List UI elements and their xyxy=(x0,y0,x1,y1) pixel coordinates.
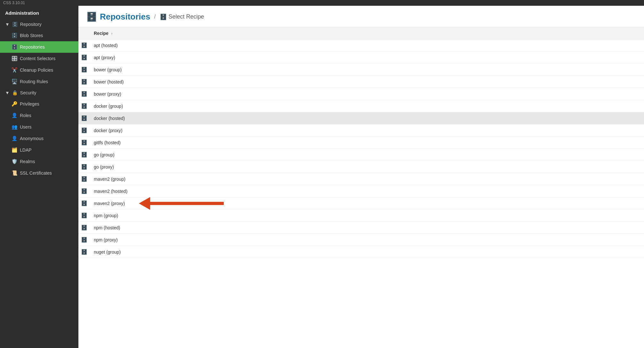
sidebar-item-privileges-label: Privileges xyxy=(20,101,39,107)
row-recipe-label[interactable]: npm (hosted) xyxy=(91,222,644,234)
sidebar-item-ldap-label: LDAP xyxy=(20,147,32,153)
sidebar-group-security[interactable]: ▼ 🔒 Security xyxy=(0,87,78,98)
row-icon: 🗄️ xyxy=(78,161,91,173)
row-icon: 🗄️ xyxy=(78,197,91,210)
chevron-down-icon-security: ▼ xyxy=(5,90,10,95)
repositories-icon: 🗄️ xyxy=(12,44,17,50)
row-recipe-label[interactable]: nuget (group) xyxy=(91,246,644,258)
table-row[interactable]: 🗄️npm (hosted) xyxy=(78,222,644,234)
sidebar-item-blob-stores-label: Blob Stores xyxy=(20,33,43,38)
sidebar-item-repositories-label: Repositories xyxy=(20,44,45,50)
recipe-table-container: Recipe ↑ 🗄️apt (hosted)🗄️apt (proxy)🗄️bo… xyxy=(78,28,644,348)
users-icon: 👥 xyxy=(12,124,17,130)
sidebar-item-anonymous[interactable]: 👤 Anonymous xyxy=(0,133,78,144)
row-icon: 🗄️ xyxy=(78,137,91,149)
row-recipe-label[interactable]: docker (group) xyxy=(91,100,644,112)
col-header-icon xyxy=(78,28,91,39)
sidebar-item-anonymous-label: Anonymous xyxy=(20,136,44,141)
sidebar-item-users-label: Users xyxy=(20,124,32,130)
table-header-row: Recipe ↑ xyxy=(78,28,644,39)
table-row[interactable]: 🗄️apt (proxy) xyxy=(78,51,644,64)
sort-icon: ↑ xyxy=(111,32,113,36)
recipe-table: Recipe ↑ 🗄️apt (hosted)🗄️apt (proxy)🗄️bo… xyxy=(78,28,644,258)
table-row[interactable]: 🗄️maven2 (group) xyxy=(78,173,644,185)
table-row[interactable]: 🗄️go (proxy) xyxy=(78,161,644,173)
table-row[interactable]: 🗄️bower (proxy) xyxy=(78,88,644,100)
breadcrumb-text: Select Recipe xyxy=(169,13,204,20)
breadcrumb: 🗄️ Select Recipe xyxy=(160,13,204,20)
row-recipe-label[interactable]: docker (hosted) xyxy=(91,112,644,124)
sidebar-item-repositories[interactable]: 🗄️ Repositories xyxy=(0,41,78,53)
row-recipe-label[interactable]: bower (proxy) xyxy=(91,88,644,100)
table-row[interactable]: 🗄️bower (group) xyxy=(78,64,644,76)
row-recipe-label[interactable]: go (group) xyxy=(91,149,644,161)
table-row[interactable]: 🗄️apt (hosted) xyxy=(78,39,644,51)
row-recipe-label[interactable]: gitlfs (hosted) xyxy=(91,137,644,149)
sidebar-item-cleanup-policies-label: Cleanup Policies xyxy=(20,67,53,73)
table-row[interactable]: 🗄️maven2 (hosted) xyxy=(78,185,644,197)
sidebar-group-repository[interactable]: ▼ 🗄️ Repository xyxy=(0,19,78,30)
col-recipe-label: Recipe xyxy=(94,31,109,36)
table-row[interactable]: 🗄️go (group) xyxy=(78,149,644,161)
row-recipe-label[interactable]: npm (group) xyxy=(91,210,644,222)
row-icon: 🗄️ xyxy=(78,124,91,137)
table-row[interactable]: 🗄️docker (group) xyxy=(78,100,644,112)
table-row[interactable]: 🗄️bower (hosted) xyxy=(78,76,644,88)
row-icon: 🗄️ xyxy=(78,39,91,51)
table-row[interactable]: 🗄️docker (proxy) xyxy=(78,124,644,137)
row-recipe-label[interactable]: maven2 (proxy) xyxy=(91,197,644,210)
breadcrumb-icon: 🗄️ xyxy=(160,13,167,20)
row-icon: 🗄️ xyxy=(78,100,91,112)
privileges-icon: 🔑 xyxy=(12,101,17,107)
row-recipe-label[interactable]: npm (proxy) xyxy=(91,234,644,246)
sidebar-group-repository-label: Repository xyxy=(20,22,42,27)
page-header-icon: 🗄️ xyxy=(86,12,97,22)
sidebar-item-cleanup-policies[interactable]: ✂️ Cleanup Policies xyxy=(0,64,78,76)
row-recipe-label[interactable]: maven2 (group) xyxy=(91,173,644,185)
row-icon: 🗄️ xyxy=(78,173,91,185)
table-row[interactable]: 🗄️docker (hosted) xyxy=(78,112,644,124)
cleanup-policies-icon: ✂️ xyxy=(12,67,17,73)
main-content: 🗄️ Repositories / 🗄️ Select Recipe Recip… xyxy=(78,6,644,348)
table-row[interactable]: 🗄️gitlfs (hosted) xyxy=(78,137,644,149)
sidebar-item-users[interactable]: 👥 Users xyxy=(0,121,78,133)
sidebar-item-ssl-certificates[interactable]: 📜 SSL Certificates xyxy=(0,167,78,179)
sidebar-item-content-selectors[interactable]: 🎛️ Content Selectors xyxy=(0,53,78,64)
routing-rules-icon: 🖥️ xyxy=(12,79,17,84)
table-row[interactable]: 🗄️npm (proxy) xyxy=(78,234,644,246)
sidebar: Administration ▼ 🗄️ Repository 🗄️ Blob S… xyxy=(0,6,78,348)
row-recipe-label[interactable]: bower (group) xyxy=(91,64,644,76)
ldap-icon: 🗂️ xyxy=(12,147,17,153)
row-icon: 🗄️ xyxy=(78,234,91,246)
breadcrumb-separator: / xyxy=(154,13,156,20)
top-bar: CSS 3.10.01 xyxy=(0,0,644,6)
sidebar-item-ldap[interactable]: 🗂️ LDAP xyxy=(0,144,78,156)
col-header-recipe[interactable]: Recipe ↑ xyxy=(91,28,644,39)
top-bar-text: CSS 3.10.01 xyxy=(3,1,25,5)
sidebar-item-routing-rules[interactable]: 🖥️ Routing Rules xyxy=(0,76,78,87)
sidebar-item-blob-stores[interactable]: 🗄️ Blob Stores xyxy=(0,30,78,41)
row-recipe-label[interactable]: docker (proxy) xyxy=(91,124,644,137)
row-icon: 🗄️ xyxy=(78,149,91,161)
sidebar-item-privileges[interactable]: 🔑 Privileges xyxy=(0,98,78,110)
sidebar-group-security-label: Security xyxy=(20,90,36,95)
row-recipe-label[interactable]: apt (hosted) xyxy=(91,39,644,51)
row-recipe-label[interactable]: bower (hosted) xyxy=(91,76,644,88)
realms-icon: 🛡️ xyxy=(12,159,17,164)
table-row[interactable]: 🗄️npm (group) xyxy=(78,210,644,222)
sidebar-item-ssl-label: SSL Certificates xyxy=(20,170,52,176)
row-icon: 🗄️ xyxy=(78,112,91,124)
repository-icon: 🗄️ xyxy=(12,22,18,27)
red-arrow-annotation xyxy=(139,197,224,210)
sidebar-item-routing-rules-label: Routing Rules xyxy=(20,79,48,84)
ssl-icon: 📜 xyxy=(12,170,17,176)
page-header: 🗄️ Repositories / 🗄️ Select Recipe xyxy=(78,6,644,28)
table-row[interactable]: 🗄️nuget (group) xyxy=(78,246,644,258)
table-row[interactable]: 🗄️maven2 (proxy) xyxy=(78,197,644,210)
row-recipe-label[interactable]: maven2 (hosted) xyxy=(91,185,644,197)
sidebar-item-roles[interactable]: 👤 Roles xyxy=(0,110,78,121)
row-icon: 🗄️ xyxy=(78,246,91,258)
sidebar-item-realms[interactable]: 🛡️ Realms xyxy=(0,156,78,167)
row-recipe-label[interactable]: go (proxy) xyxy=(91,161,644,173)
row-recipe-label[interactable]: apt (proxy) xyxy=(91,51,644,64)
